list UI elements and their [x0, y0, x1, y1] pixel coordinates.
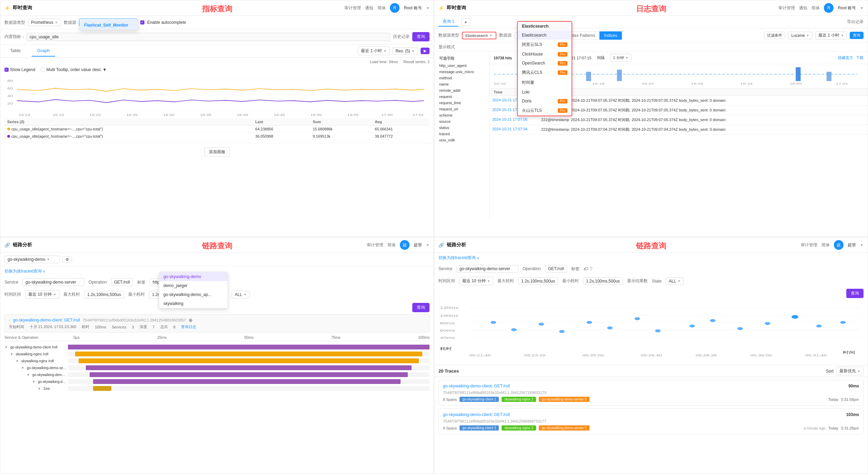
expand-icon-4[interactable]: ▼	[27, 373, 30, 377]
trace-left-audit-link[interactable]: 审计管理	[367, 242, 383, 248]
settings-btn[interactable]: ⚙	[62, 256, 72, 263]
state-select-r[interactable]: ALL ▼	[666, 277, 684, 285]
trace-left-lang-link[interactable]: 简体	[387, 242, 396, 248]
lang-link[interactable]: 简体	[377, 5, 386, 11]
field-item-http-user-agent[interactable]: http_user_agent	[437, 62, 486, 69]
log-query-btn[interactable]: 查询	[850, 32, 864, 39]
trace-time-select[interactable]: 最近 10 分钟 ▼	[25, 290, 59, 299]
audit-link[interactable]: 审计管理	[344, 5, 361, 11]
field-name-3: method	[439, 76, 452, 80]
field-item-remote-addr[interactable]: remote_addr	[437, 87, 486, 93]
hide-histogram-link[interactable]: 隐藏直方	[838, 55, 853, 60]
indices-tab[interactable]: Indices	[599, 31, 622, 40]
es-item-doris[interactable]: Doris Pro	[518, 97, 572, 106]
log-entry-4[interactable]: 2024-10-21 17:07:04 222@timestamp: 2024-…	[489, 125, 868, 135]
field-item-source[interactable]: source	[437, 118, 486, 125]
trace-list-item-2[interactable]: go-skywalking-demo-client: GET:/roll 103…	[438, 408, 864, 434]
log-audit-link[interactable]: 审计管理	[778, 5, 795, 11]
trace-left-avatar: 超	[400, 240, 410, 250]
lucene-select[interactable]: Lucene ▼	[788, 32, 812, 39]
field-item-request[interactable]: request	[437, 93, 486, 100]
trace-list-item-1[interactable]: go-skywalking-demo-client: GET:/roll 90m…	[438, 380, 864, 406]
trace-right-lang-link[interactable]: 简体	[821, 242, 830, 248]
execute-btn[interactable]: ▶	[421, 48, 430, 54]
sort-select[interactable]: 最新优先 ▼	[836, 367, 864, 375]
time-range-select[interactable]: 最近 1 小时 ▼	[358, 47, 390, 55]
trace-right-audit-link[interactable]: 审计管理	[801, 242, 817, 248]
copy-icon[interactable]: ⊕	[189, 317, 193, 323]
es-item-clickhouse[interactable]: ClickHouse Pro	[518, 50, 572, 59]
field-item-status[interactable]: status	[437, 125, 486, 131]
datasource-dropdown[interactable]: Flashcat_Self_Monitor	[80, 20, 138, 30]
add-panel-button[interactable]: 添加面板	[204, 147, 230, 157]
trace-right-time-select[interactable]: 最近 10 分钟 ▼	[459, 277, 493, 285]
log-lang-link[interactable]: 简体	[811, 5, 820, 11]
res-select[interactable]: Res. (5) ▼	[392, 47, 418, 55]
field-item-scheme[interactable]: scheme	[437, 112, 486, 118]
service-input[interactable]: go-skywalking-demo-server	[22, 278, 84, 286]
service-option-1[interactable]: go-skywalking-demo	[159, 272, 228, 281]
log-notify-link[interactable]: 通知	[799, 5, 807, 11]
show-legend-control[interactable]: ✓ Show Legend	[4, 67, 35, 72]
operation-input[interactable]: GET:/roll	[111, 278, 133, 286]
expand-icon-3[interactable]: ▼	[21, 366, 24, 370]
enable-autocomplete-checkbox[interactable]: ✓	[140, 20, 144, 24]
expand-icon-2[interactable]: ▼	[16, 359, 19, 363]
max-dur-input[interactable]: 1.2s,100ms,500us	[84, 291, 124, 298]
max-dur-input-r[interactable]: 1.2s,100ms,500us	[518, 277, 558, 285]
service-selector-dropdown[interactable]: go-skywalking-demo ▼	[4, 256, 60, 263]
query-button[interactable]: 查询	[412, 32, 430, 41]
min-dur-input-r[interactable]: 1.2s,100ms,500us	[583, 277, 623, 285]
traceid-link[interactable]: 切换为按traceid查询	[4, 269, 42, 274]
field-item-name[interactable]: name	[437, 81, 486, 87]
field-item-message-unix[interactable]: message.unix_micro	[437, 69, 486, 75]
expand-icon-0[interactable]: ▼	[4, 345, 8, 349]
tab-table[interactable]: Table	[4, 45, 26, 57]
notify-link[interactable]: 通知	[365, 5, 373, 11]
metric-input[interactable]: cpu_usage_idle	[27, 33, 390, 41]
trace-left-panel: 链路查询 🔗 链路分析 审计管理 简体 超 超管 ▼ go-skywalking…	[0, 237, 434, 474]
es-item-shijian[interactable]: 时间量	[518, 78, 572, 88]
trace-query-btn[interactable]: 查询	[412, 303, 430, 312]
expand-icon-1[interactable]: ▼	[10, 352, 13, 356]
filter-btn[interactable]: 过滤条件	[764, 32, 785, 39]
datasource-type-select[interactable]: Prometheus ▼	[28, 19, 61, 26]
service-dropdown-overlay[interactable]: go-skywalking-demo demo_jaeger go-skywal…	[159, 272, 228, 308]
field-item-method[interactable]: method	[437, 75, 486, 81]
service-input-r[interactable]: go-skywalking-demo-server	[456, 265, 518, 273]
download-link[interactable]: 下载	[856, 55, 864, 60]
field-item-request-time[interactable]: request_time	[437, 100, 486, 106]
dropdown-highlighted-item[interactable]: Flashcat_Self_Monitor	[80, 21, 138, 30]
es-item-loki[interactable]: Loki	[518, 88, 572, 97]
trace-right-query-btn[interactable]: 查询	[846, 289, 864, 298]
log-datasource-type-select[interactable]: Elasticsearch ▼	[462, 32, 496, 39]
traceid-link-right[interactable]: 切换为按traceid查询	[438, 255, 476, 260]
log-entry-3[interactable]: 2024-10-21 17:07:05 222@timestamp: 2024-…	[489, 115, 868, 125]
service-option-3[interactable]: go-skywalking-demo_ap...	[159, 290, 228, 299]
es-item-tencent[interactable]: 腾讯云CLS Pro	[518, 68, 572, 78]
expand-icon-5[interactable]: ▼	[32, 380, 36, 384]
es-item-huoshan[interactable]: 火山云TLS Pro	[518, 106, 572, 116]
es-item-aliyun[interactable]: 阿里云SLS Pro	[518, 40, 572, 50]
state-select[interactable]: ALL ▼	[232, 291, 250, 298]
field-item-unix-milli[interactable]: unix_milli	[437, 137, 486, 143]
field-item-request-uri[interactable]: request_uri	[437, 106, 486, 112]
tab-graph[interactable]: Graph	[32, 45, 55, 57]
es-item-elasticsearch[interactable]: Elasticsearch	[518, 31, 572, 40]
legend-checkbox[interactable]: ✓	[4, 68, 9, 72]
operation-input-r[interactable]: GET:/roll	[545, 265, 567, 273]
multi-tooltip-checkbox[interactable]	[41, 68, 45, 72]
es-item-opensearch[interactable]: OpenSearch Pro	[518, 59, 572, 68]
add-query-tab-btn[interactable]: +	[461, 18, 470, 26]
expand-icon-6[interactable]: ▼	[38, 387, 41, 391]
query-tab-1[interactable]: 查询 1	[438, 17, 458, 27]
span-label-5: ▼ go-skywalking-demo-serv...	[4, 380, 67, 384]
es-type-dropdown[interactable]: Elasticsearch Elasticsearch 阿里云SLS Pro C…	[517, 21, 572, 116]
log-time-range-select[interactable]: 最近 1 小时 ▼	[815, 31, 847, 40]
interval-select[interactable]: 1 分钟 ▼	[610, 54, 632, 62]
export-btn[interactable]: 导出记录	[847, 19, 864, 25]
log-trace-link[interactable]: 查询日志	[181, 324, 196, 329]
field-item-traced[interactable]: traced	[437, 131, 486, 137]
service-option-2[interactable]: demo_jaeger	[159, 281, 228, 290]
service-option-4[interactable]: skywalking	[159, 299, 228, 308]
